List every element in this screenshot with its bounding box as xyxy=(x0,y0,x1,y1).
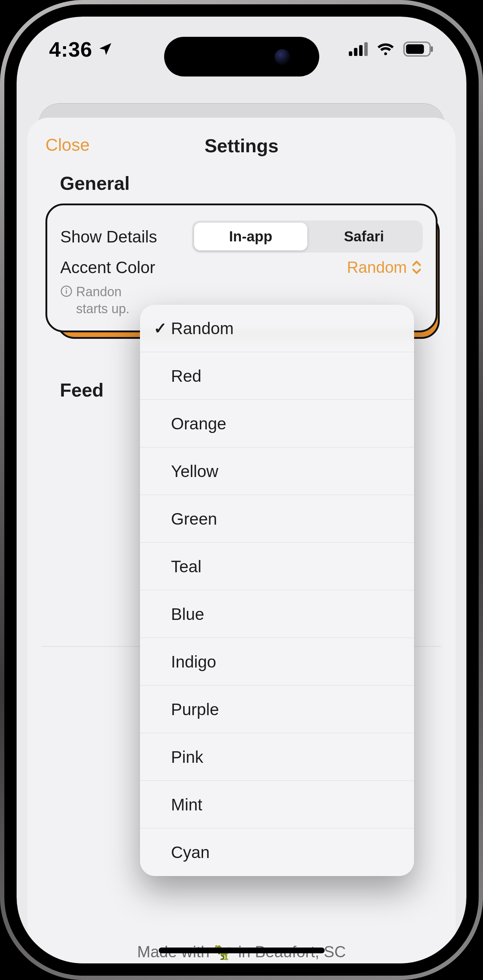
accent-color-value: Random xyxy=(347,258,407,277)
footnote-text: Randon starts up. xyxy=(76,283,130,318)
chevron-up-down-icon xyxy=(410,259,423,275)
menu-item-indigo[interactable]: Indigo xyxy=(140,638,414,686)
menu-item-yellow[interactable]: Yellow xyxy=(140,447,414,495)
menu-item-label: Purple xyxy=(171,700,219,719)
info-icon xyxy=(60,285,73,298)
footnote-line2: starts up. xyxy=(76,301,130,316)
status-indicators xyxy=(349,41,434,57)
cellular-icon xyxy=(349,42,368,56)
device-bezel: 4:36 xyxy=(4,4,479,976)
menu-item-label: Green xyxy=(171,509,217,528)
accent-color-picker[interactable]: Random xyxy=(347,258,423,277)
battery-icon xyxy=(403,41,434,57)
check-icon xyxy=(149,319,171,337)
svg-rect-0 xyxy=(349,51,353,56)
svg-point-9 xyxy=(66,288,67,289)
close-button[interactable]: Close xyxy=(46,135,90,155)
screen: 4:36 xyxy=(17,17,466,963)
home-indicator[interactable] xyxy=(159,948,325,953)
menu-item-label: Cyan xyxy=(171,843,210,862)
show-details-segmented[interactable]: In-app Safari xyxy=(192,221,423,253)
menu-item-mint[interactable]: Mint xyxy=(140,781,414,829)
segment-in-app[interactable]: In-app xyxy=(194,223,307,250)
segment-safari[interactable]: Safari xyxy=(307,223,421,250)
menu-item-label: Blue xyxy=(171,605,204,624)
status-time: 4:36 xyxy=(49,37,92,61)
show-details-label: Show Details xyxy=(60,227,157,247)
menu-item-label: Teal xyxy=(171,557,201,576)
menu-item-pink[interactable]: Pink xyxy=(140,733,414,781)
svg-rect-5 xyxy=(406,45,424,54)
feedback-title-text: Feed xyxy=(60,380,103,401)
accent-color-row: Accent Color Random xyxy=(60,258,423,277)
menu-item-label: Red xyxy=(171,366,201,386)
location-icon xyxy=(97,41,113,57)
footnote-line1: Randon xyxy=(76,284,122,299)
dynamic-island xyxy=(164,37,319,76)
show-details-row: Show Details In-app Safari xyxy=(60,221,423,253)
svg-rect-1 xyxy=(354,48,357,56)
menu-item-orange[interactable]: Orange xyxy=(140,400,414,447)
menu-item-label: Indigo xyxy=(171,652,216,671)
svg-rect-2 xyxy=(359,45,363,56)
device-frame: 4:36 xyxy=(0,0,483,980)
wifi-icon xyxy=(376,42,395,56)
svg-rect-3 xyxy=(364,42,368,56)
menu-item-cyan[interactable]: Cyan xyxy=(140,829,414,876)
menu-item-purple[interactable]: Purple xyxy=(140,686,414,733)
accent-color-menu[interactable]: RandomRedOrangeYellowGreenTealBlueIndigo… xyxy=(140,304,414,876)
accent-color-label: Accent Color xyxy=(60,258,155,277)
menu-item-random[interactable]: Random xyxy=(140,304,414,352)
status-time-group: 4:36 xyxy=(49,37,113,61)
menu-item-teal[interactable]: Teal xyxy=(140,542,414,590)
menu-item-label: Yellow xyxy=(171,461,218,481)
menu-item-label: Orange xyxy=(171,414,226,433)
sheet-header: Close Settings xyxy=(42,129,441,163)
menu-item-label: Mint xyxy=(171,795,202,815)
menu-item-label: Random xyxy=(171,318,234,338)
menu-item-blue[interactable]: Blue xyxy=(140,590,414,638)
svg-rect-6 xyxy=(431,46,433,52)
menu-item-red[interactable]: Red xyxy=(140,352,414,400)
section-general-title: General xyxy=(60,172,441,194)
menu-item-label: Pink xyxy=(171,747,203,767)
sheet-title: Settings xyxy=(205,135,278,157)
menu-item-green[interactable]: Green xyxy=(140,495,414,542)
